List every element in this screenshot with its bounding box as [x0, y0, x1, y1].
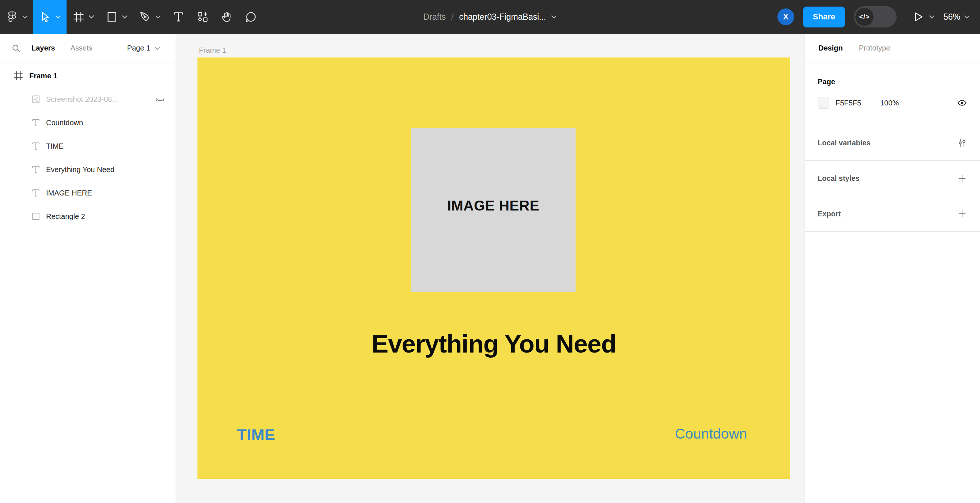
variables-icon[interactable]: [956, 137, 967, 148]
canvas-frame-label[interactable]: Frame 1: [199, 46, 226, 54]
hand-icon: [220, 10, 233, 24]
color-hex-value[interactable]: F5F5F5: [835, 99, 880, 107]
layers-panel-header: Layers Assets Page 1: [0, 34, 175, 63]
rectangle-icon: [105, 10, 118, 24]
local-styles-section: Local styles: [805, 161, 980, 196]
zoom-level: 56%: [943, 12, 960, 22]
layers-panel: Layers Assets Page 1 Frame 1: [0, 34, 175, 503]
tab-layers[interactable]: Layers: [32, 44, 55, 52]
shape-tool-button[interactable]: [100, 0, 133, 34]
actions-icon: [196, 10, 209, 24]
page-selector[interactable]: Page 1: [127, 44, 160, 52]
export-label: Export: [818, 210, 841, 218]
text-tool-button[interactable]: [166, 0, 191, 34]
layer-label: Countdown: [46, 119, 83, 127]
canvas-frame-1[interactable]: IMAGE HERE Everything You Need TIME Coun…: [197, 57, 790, 479]
breadcrumb-folder[interactable]: Drafts: [423, 12, 446, 22]
local-variables-label: Local variables: [818, 139, 871, 147]
chevron-down-icon: [122, 15, 127, 19]
chevron-down-icon: [929, 15, 935, 19]
page-section-title: Page: [818, 63, 967, 86]
visibility-on-icon[interactable]: [956, 97, 967, 109]
export-section: Export: [805, 196, 980, 232]
text-layer-icon: [31, 188, 41, 198]
chevron-down-icon: [155, 15, 161, 19]
dev-mode-toggle[interactable]: </>: [854, 6, 897, 27]
image-icon: [31, 94, 41, 104]
file-name-label: chapter03-FigmaBasi...: [459, 12, 546, 22]
move-tool-button[interactable]: [33, 0, 67, 34]
local-styles-label: Local styles: [818, 174, 860, 183]
layer-row-screenshot[interactable]: Screenshot 2023-08...: [0, 88, 175, 111]
inspector-panel: Design Prototype Page F5F5F5 100% Local …: [805, 34, 980, 503]
layer-label: IMAGE HERE: [46, 189, 92, 197]
layer-row-everything-you-need[interactable]: Everything You Need: [0, 158, 175, 181]
chevron-down-icon: [154, 46, 160, 50]
tool-group: [0, 0, 263, 34]
layer-label: Rectangle 2: [46, 212, 85, 221]
share-button[interactable]: Share: [803, 6, 845, 27]
main-menu-button[interactable]: [0, 0, 33, 34]
comment-icon: [244, 10, 258, 24]
file-name[interactable]: chapter03-FigmaBasi...: [459, 12, 557, 22]
pen-icon: [138, 10, 152, 24]
chevron-down-icon: [964, 15, 970, 19]
text-layer-icon: [31, 141, 41, 151]
canvas-text-countdown[interactable]: Countdown: [675, 426, 747, 442]
search-icon[interactable]: [11, 43, 21, 53]
text-layer-icon: [31, 118, 41, 128]
layer-label: Screenshot 2023-08...: [46, 95, 118, 104]
frame-icon: [72, 10, 85, 24]
chevron-down-icon: [55, 15, 61, 19]
present-button[interactable]: [912, 11, 935, 23]
top-toolbar: Drafts / chapter03-FigmaBasi... X Share …: [0, 0, 980, 34]
canvas[interactable]: Frame 1 IMAGE HERE Everything You Need T…: [175, 34, 805, 503]
plus-icon[interactable]: [956, 208, 967, 219]
page-color-row: F5F5F5 100%: [818, 97, 967, 109]
frame-icon: [13, 70, 24, 81]
page-selector-label: Page 1: [127, 44, 150, 52]
resources-tool-button[interactable]: [191, 0, 215, 34]
tab-prototype[interactable]: Prototype: [859, 44, 891, 52]
opacity-value[interactable]: 100%: [880, 99, 899, 107]
page-section: Page F5F5F5 100%: [805, 63, 980, 125]
plus-icon[interactable]: [956, 173, 967, 184]
pen-tool-button[interactable]: [133, 0, 166, 34]
layer-row-rectangle-2[interactable]: Rectangle 2: [0, 204, 175, 228]
layer-row-time[interactable]: TIME: [0, 134, 175, 158]
cursor-icon: [39, 10, 52, 24]
layer-label: Everything You Need: [46, 166, 115, 174]
canvas-text-time[interactable]: TIME: [237, 426, 275, 444]
chevron-down-icon: [22, 15, 28, 19]
avatar[interactable]: X: [777, 8, 794, 25]
text-icon: [172, 10, 185, 24]
chevron-down-icon[interactable]: [551, 15, 557, 19]
canvas-text-headline[interactable]: Everything You Need: [197, 329, 790, 358]
tab-assets[interactable]: Assets: [71, 44, 92, 52]
layer-row-frame-1[interactable]: Frame 1: [0, 64, 175, 88]
breadcrumb-separator: /: [451, 12, 453, 22]
text-layer-icon: [31, 164, 41, 175]
dev-mode-icon: </>: [855, 7, 874, 26]
hand-tool-button[interactable]: [215, 0, 239, 34]
visibility-off-icon[interactable]: [154, 93, 166, 105]
figma-logo-icon: [5, 10, 19, 24]
layer-list: Frame 1 Screenshot 2023-08...: [0, 63, 175, 228]
frame-tool-button[interactable]: [67, 0, 100, 34]
layer-label: Frame 1: [29, 72, 57, 80]
local-variables-section: Local variables: [805, 125, 980, 161]
canvas-text-image-here[interactable]: IMAGE HERE: [447, 198, 539, 214]
canvas-rectangle-2[interactable]: IMAGE HERE: [411, 128, 576, 292]
play-icon: [912, 11, 924, 23]
figma-app: Drafts / chapter03-FigmaBasi... X Share …: [0, 0, 980, 503]
layer-row-image-here[interactable]: IMAGE HERE: [0, 181, 175, 204]
comment-tool-button[interactable]: [239, 0, 263, 34]
inspector-tabs: Design Prototype: [805, 34, 980, 63]
layer-label: TIME: [46, 142, 64, 150]
color-swatch[interactable]: [818, 97, 829, 109]
layer-row-countdown[interactable]: Countdown: [0, 111, 175, 134]
chevron-down-icon: [89, 15, 94, 19]
toolbar-right-group: X Share </> 56%: [777, 0, 970, 34]
tab-design[interactable]: Design: [818, 44, 843, 52]
zoom-menu[interactable]: 56%: [943, 12, 970, 22]
